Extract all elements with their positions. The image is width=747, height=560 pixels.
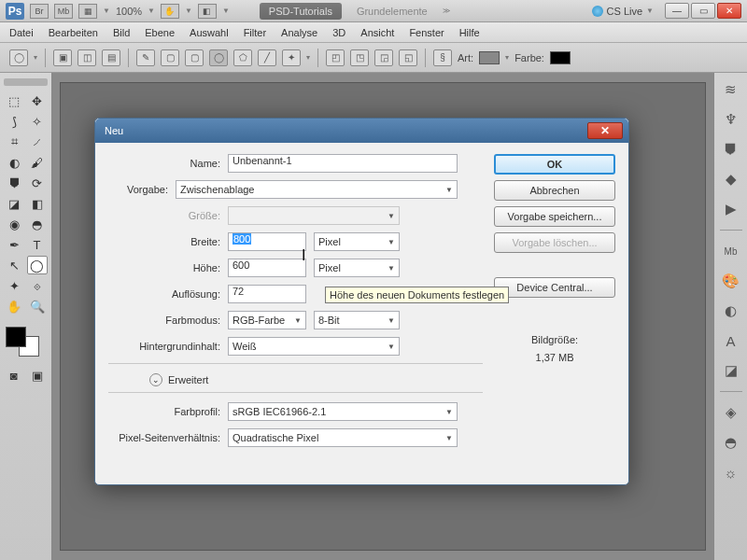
tool-shape[interactable]: ◯	[27, 256, 48, 274]
workspace-tab-inactive[interactable]: Grundelemente	[347, 3, 437, 20]
subtract-icon[interactable]: ◳	[350, 49, 369, 66]
menu-fenster[interactable]: Fenster	[409, 27, 444, 38]
panel-icon-actions[interactable]: ☼	[722, 463, 740, 482]
tool-blur[interactable]: ◉	[4, 215, 24, 233]
erweitert-toggle[interactable]: ⌄Erweitert	[149, 373, 483, 386]
panel-icon-character[interactable]: A	[722, 331, 740, 350]
tool-stamp[interactable]: ⛊	[4, 174, 24, 192]
panel-icon-minibridge[interactable]: Mb	[722, 242, 740, 260]
quickmask-toggle[interactable]: ◙	[4, 366, 24, 385]
tool-brush[interactable]: 🖌	[27, 153, 48, 172]
input-name[interactable]: Unbenannt-1	[228, 154, 458, 173]
minibridge-button[interactable]: Mb	[54, 4, 73, 19]
input-breite[interactable]: 800	[228, 232, 306, 251]
dropdown-vorgabe[interactable]: Zwischenablage▼	[176, 180, 458, 199]
window-maximize[interactable]: ▭	[691, 3, 715, 19]
tool-eyedropper[interactable]: ⟋	[27, 133, 48, 151]
pen-icon[interactable]: ✎	[136, 49, 155, 66]
workspace-tab-active[interactable]: PSD-Tutorials	[260, 3, 342, 20]
cs-live-button[interactable]: CS Live ▼	[592, 6, 654, 17]
menu-ebene[interactable]: Ebene	[145, 27, 175, 38]
active-tool-icon[interactable]: ◯	[9, 49, 28, 66]
tool-crop[interactable]: ⌗	[4, 133, 24, 151]
dialog-close-button[interactable]: ✕	[587, 122, 623, 139]
panel-icon-color[interactable]: 🎨	[722, 272, 740, 290]
tool-history[interactable]: ⟳	[27, 174, 48, 192]
input-hoehe[interactable]: 600	[228, 259, 306, 277]
fill-icon[interactable]: ▤	[102, 49, 120, 66]
menu-analyse[interactable]: Analyse	[281, 27, 317, 38]
tool-hand[interactable]: ⟐	[27, 276, 48, 295]
dropdown-hoehe-unit[interactable]: Pixel▼	[314, 259, 400, 277]
tool-marquee[interactable]: ⬚	[4, 91, 24, 110]
menu-datei[interactable]: Datei	[9, 27, 34, 38]
menu-bearbeiten[interactable]: Bearbeiten	[49, 27, 98, 38]
panel-icon-paths[interactable]: ◆	[722, 170, 740, 189]
cancel-button[interactable]: Abbrechen	[494, 180, 615, 201]
tool-path[interactable]: ↖	[4, 256, 24, 274]
panel-icon-layers[interactable]: ◈	[722, 403, 740, 422]
panel-icon-clone[interactable]: ⛊	[722, 140, 740, 159]
dropdown-pixelsv[interactable]: Quadratische Pixel▼	[228, 428, 458, 447]
dropdown-hintergrund[interactable]: Weiß▼	[228, 337, 400, 356]
tool-gradient[interactable]: ◧	[27, 194, 48, 213]
layout-picker[interactable]: ▦	[78, 4, 97, 19]
polygon-icon[interactable]: ⬠	[233, 49, 252, 66]
menu-filter[interactable]: Filter	[244, 27, 266, 38]
zoom-display[interactable]: 100%	[116, 6, 142, 17]
tool-notes[interactable]: ✋	[4, 297, 24, 315]
panel-icon-nav[interactable]: ◪	[722, 361, 740, 380]
combine-icon[interactable]: ◰	[326, 49, 345, 66]
panel-icon-brush[interactable]: ♆	[722, 110, 740, 129]
screenmode-toggle[interactable]: ▣	[28, 366, 49, 385]
chain-icon[interactable]: §	[433, 49, 452, 66]
window-minimize[interactable]: —	[665, 3, 689, 19]
input-aufloesung[interactable]: 72	[228, 285, 306, 303]
tool-lasso[interactable]: ⟆	[4, 112, 24, 131]
line-icon[interactable]: ╱	[258, 49, 276, 66]
ellipse-icon[interactable]: ◯	[209, 49, 228, 66]
menu-hilfe[interactable]: Hilfe	[459, 27, 480, 38]
rect-icon[interactable]: ▢	[161, 49, 179, 66]
tool-wand[interactable]: ✧	[27, 112, 48, 131]
roundrect-icon[interactable]: ▢	[185, 49, 204, 66]
style-swatch[interactable]	[479, 51, 500, 64]
exclude-icon[interactable]: ◱	[399, 49, 417, 66]
color-swatch[interactable]	[550, 51, 571, 64]
tool-zoom[interactable]: 🔍	[27, 297, 48, 315]
hand-indicator[interactable]: ✋	[161, 4, 179, 19]
tool-move[interactable]: ✥	[27, 91, 48, 110]
device-central-button[interactable]: Device Central...	[494, 277, 615, 298]
toolbox-grip[interactable]	[4, 78, 48, 86]
fg-color-swatch[interactable]	[6, 327, 26, 347]
tool-3d[interactable]: ✦	[4, 276, 24, 295]
menu-ansicht[interactable]: Ansicht	[360, 27, 394, 38]
tool-pen[interactable]: ✒	[4, 235, 24, 254]
menu-bild[interactable]: Bild	[113, 27, 130, 38]
window-close[interactable]: ✕	[717, 3, 741, 19]
custom-shape-icon[interactable]: ✦	[282, 49, 301, 66]
dropdown-bit[interactable]: 8-Bit▼	[314, 311, 400, 329]
menu-auswahl[interactable]: Auswahl	[190, 27, 229, 38]
panel-icon-history[interactable]: ◓	[722, 433, 740, 452]
menu-3d[interactable]: 3D	[332, 27, 345, 38]
intersect-icon[interactable]: ◲	[374, 49, 393, 66]
panel-icon-adjust[interactable]: ≋	[722, 80, 740, 99]
dropdown-farbprofil[interactable]: sRGB IEC61966-2.1▼	[228, 402, 458, 421]
dropdown-breite-unit[interactable]: Pixel▼	[314, 232, 400, 251]
view-indicator[interactable]: ◧	[198, 4, 217, 19]
tool-heal[interactable]: ◐	[4, 153, 24, 172]
dialog-titlebar[interactable]: Neu ✕	[95, 119, 628, 143]
shape-layer-icon[interactable]: ▣	[53, 49, 72, 66]
tool-eraser[interactable]: ◪	[4, 194, 24, 213]
color-swatches[interactable]	[4, 325, 41, 358]
path-icon[interactable]: ◫	[78, 49, 96, 66]
panel-icon-tool-presets[interactable]: ▶	[722, 200, 740, 218]
dropdown-farbmodus[interactable]: RGB-Farbe▼	[228, 311, 306, 329]
panel-icon-styles[interactable]: ◐	[722, 301, 740, 320]
tool-type[interactable]: T	[27, 235, 48, 254]
bridge-button[interactable]: Br	[30, 4, 49, 19]
save-preset-button[interactable]: Vorgabe speichern...	[494, 206, 615, 227]
tool-dodge[interactable]: ◓	[27, 215, 48, 233]
more-workspaces[interactable]: ≫	[443, 7, 450, 15]
